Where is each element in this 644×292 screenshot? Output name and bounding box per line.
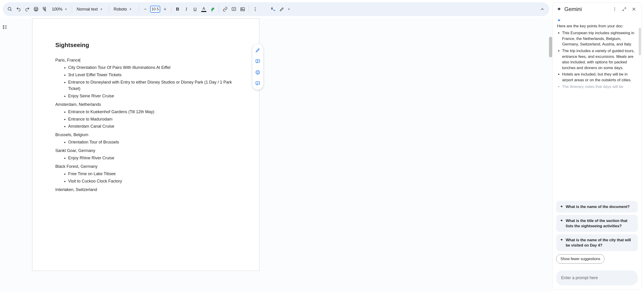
svg-rect-12 <box>241 8 245 11</box>
summary-intro: Here are the key points from your doc: <box>557 24 637 28</box>
prompt-suggestions: What is the name of the document?What is… <box>552 198 642 267</box>
redo-icon[interactable] <box>24 5 31 13</box>
more-icon[interactable] <box>251 5 259 13</box>
svg-rect-5 <box>43 7 46 9</box>
add-comment-icon[interactable] <box>230 5 238 13</box>
font-size-group <box>142 5 169 13</box>
svg-point-27 <box>257 72 257 72</box>
activity-list: Enjoy Rhine River Cruise <box>68 154 236 162</box>
edit-mode-icon[interactable] <box>278 5 286 13</box>
undo-icon[interactable] <box>15 5 22 13</box>
print-icon[interactable] <box>32 5 40 13</box>
location-heading: Brussels, Belgium <box>55 132 236 137</box>
underline-icon[interactable]: U <box>191 5 199 13</box>
font-value: Roboto <box>114 7 127 12</box>
suggestion-text: What is the name of the city that will b… <box>566 237 634 248</box>
svg-point-15 <box>255 9 256 10</box>
svg-point-32 <box>614 10 615 11</box>
separator <box>72 6 72 12</box>
sparkle-icon <box>560 219 564 222</box>
separator <box>249 6 249 12</box>
side-panel-header: Gemini <box>552 2 642 16</box>
emoji-reaction-icon[interactable] <box>253 68 262 77</box>
floating-tools <box>252 44 263 90</box>
zoom-value: 100% <box>52 7 62 12</box>
svg-point-28 <box>258 72 259 72</box>
text-color-icon[interactable]: A <box>200 5 208 13</box>
activity-list: City Orientation Tour Of Pairs With Illu… <box>68 64 236 100</box>
highlight-icon[interactable] <box>208 5 216 13</box>
collapse-toolbar-icon[interactable] <box>538 5 546 13</box>
list-item: Entrance to Kuekenhof Gardens (Till 12th… <box>68 108 236 116</box>
location-heading: Interlaken, Switzerland <box>55 187 236 192</box>
location-heading: Black Forest, Germany <box>55 164 236 169</box>
suggestion-card[interactable]: What is the name of the document? <box>556 201 638 212</box>
sparkle-icon <box>557 18 637 22</box>
svg-point-19 <box>3 27 4 28</box>
side-panel-title: Gemini <box>564 6 608 12</box>
sparkle-icon <box>560 205 564 208</box>
location-heading: Paris, France <box>55 58 236 63</box>
location-heading: Amsterdam, Netherlands <box>55 102 236 107</box>
insert-link-icon[interactable] <box>221 5 229 13</box>
search-icon[interactable] <box>6 5 14 13</box>
sparkle-icon <box>560 238 564 242</box>
insert-image-icon[interactable] <box>239 5 246 13</box>
svg-line-1 <box>10 10 12 11</box>
summary-bullet: The itinerary notes that days will be <box>562 84 637 90</box>
separator <box>109 6 109 12</box>
sparkle-icon <box>556 7 562 12</box>
svg-point-30 <box>614 8 615 8</box>
add-comment-icon[interactable] <box>253 57 262 66</box>
vertical-scrollbar[interactable] <box>549 37 552 83</box>
summary-bullet: The trip includes a variety of guided to… <box>562 48 637 71</box>
svg-point-26 <box>256 70 260 74</box>
increase-font-icon[interactable] <box>161 5 169 13</box>
show-fewer-button[interactable]: Show fewer suggestions <box>556 254 604 264</box>
suggestion-card[interactable]: What is the title of the section that li… <box>556 215 638 232</box>
expand-panel-icon[interactable] <box>621 6 628 13</box>
list-item: Enjoy Seine River Cruise <box>68 92 236 100</box>
edit-mode-caret-icon[interactable]: ▼ <box>287 5 291 13</box>
side-panel-body: Here are the key points from your doc: T… <box>552 16 642 198</box>
activity-list: Entrance to Kuekenhof Gardens (Till 12th… <box>68 108 236 130</box>
summary-bullet: Hotels are included, but they will be in… <box>562 72 637 83</box>
document-page[interactable]: Sightseeing Paris, FranceCity Orientatio… <box>32 18 259 271</box>
suggest-edits-icon[interactable] <box>253 79 262 88</box>
font-dropdown[interactable]: Roboto ▼ <box>111 5 136 13</box>
separator <box>171 6 172 12</box>
suggestion-text: What is the title of the section that li… <box>566 218 634 229</box>
panel-scrollbar[interactable] <box>639 28 641 92</box>
svg-point-17 <box>3 26 4 26</box>
zoom-dropdown[interactable]: 100% ▼ <box>50 5 70 13</box>
svg-point-31 <box>614 9 615 10</box>
prompt-input[interactable]: Enter a prompt here <box>556 270 638 285</box>
list-item: City Orientation Tour Of Pairs With Illu… <box>68 64 236 72</box>
svg-point-14 <box>255 7 256 8</box>
suggestion-card[interactable]: What is the name of the city that will b… <box>556 234 638 251</box>
activity-list: Orientation Tour of Brussels <box>68 139 236 146</box>
separator <box>219 6 219 12</box>
paragraph-style-dropdown[interactable]: Normal text ▼ <box>74 5 106 13</box>
italic-icon[interactable]: I <box>182 5 190 13</box>
spellcheck-icon[interactable] <box>269 5 277 13</box>
list-item: Entrance to Madurodam <box>68 116 236 123</box>
list-item: Orientation Tour of Brussels <box>68 139 236 146</box>
document-area: Sightseeing Paris, FranceCity Orientatio… <box>0 18 552 292</box>
outline-toggle-icon[interactable] <box>2 24 8 30</box>
paragraph-style-value: Normal text <box>77 7 98 12</box>
close-panel-icon[interactable] <box>630 6 637 13</box>
page-heading: Sightseeing <box>55 42 236 49</box>
ai-write-icon[interactable] <box>253 46 262 55</box>
caret-down-icon: ▼ <box>65 8 67 10</box>
summary-bullets: This European trip includes sightseeing … <box>562 30 637 90</box>
bold-icon[interactable]: B <box>174 5 182 13</box>
svg-point-21 <box>3 28 4 29</box>
decrease-font-icon[interactable] <box>142 5 149 13</box>
list-item: Free Time on Lake Titisee <box>68 170 236 178</box>
paint-format-icon[interactable] <box>41 5 49 13</box>
activity-list: Free Time on Lake TitiseeVisit to Cuckoo… <box>68 170 236 185</box>
more-options-icon[interactable] <box>611 6 618 13</box>
font-size-input[interactable] <box>150 6 160 13</box>
location-heading: Sankt Goar, Germany <box>55 148 236 153</box>
